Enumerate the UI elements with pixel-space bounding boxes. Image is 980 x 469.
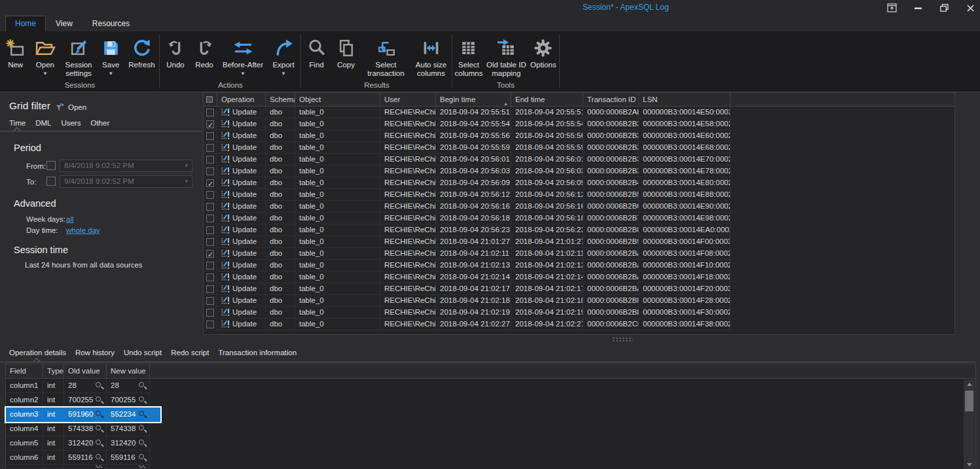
week-days-link[interactable]: all (66, 215, 74, 223)
scroll-up-icon[interactable] (964, 379, 975, 389)
to-checkbox[interactable] (46, 177, 56, 186)
row-checkbox[interactable] (206, 191, 214, 199)
table-row[interactable]: Updatedbotable_0RECHIE\ReChie2018-09-04 … (204, 248, 954, 260)
row-checkbox[interactable] (206, 297, 214, 305)
export-button[interactable]: Export ▾ (267, 35, 300, 76)
detail-column-header-field[interactable]: Field (6, 364, 43, 378)
filter-tab-other[interactable]: Other (90, 119, 109, 131)
magnifier-icon[interactable] (96, 382, 103, 390)
row-checkbox[interactable] (206, 238, 214, 246)
filter-tab-dml[interactable]: DML (35, 119, 51, 131)
open-filter-button[interactable]: Open (55, 102, 86, 112)
row-checkbox[interactable] (206, 321, 214, 328)
row-checkbox[interactable] (206, 215, 214, 222)
row-checkbox[interactable] (206, 226, 214, 234)
detail-tab-operation-details[interactable]: Operation details (9, 349, 66, 362)
day-time-link[interactable]: whole day (66, 226, 100, 234)
row-checkbox[interactable] (206, 120, 214, 128)
table-row[interactable]: Updatedbotable_0RECHIE\ReChie2018-09-04 … (204, 142, 954, 154)
from-checkbox[interactable] (46, 161, 56, 170)
open-button[interactable]: Open ▾ (29, 35, 60, 76)
row-checkbox[interactable] (206, 167, 214, 175)
magnifier-icon[interactable] (139, 465, 147, 468)
minimize-button[interactable] (912, 3, 924, 13)
column-header-schema[interactable]: Schema (266, 93, 295, 106)
table-row[interactable]: Updatedbotable_0RECHIE\ReChie2018-09-04 … (204, 295, 954, 307)
scroll-down-icon[interactable] (964, 460, 975, 469)
save-button[interactable]: Save ▾ (97, 35, 125, 76)
select-all-header[interactable] (204, 93, 217, 106)
old-table-id-mapping-button[interactable]: Old table ID mapping (484, 35, 528, 78)
options-button[interactable]: Options (528, 35, 558, 69)
detail-tab-undo-script[interactable]: Undo script (124, 349, 162, 362)
detail-row[interactable]: column5int312420312420 (6, 436, 160, 451)
restore-button[interactable] (938, 3, 950, 13)
select-all-checkbox[interactable] (206, 96, 213, 103)
close-button[interactable] (964, 3, 976, 13)
tab-resources[interactable]: Resources (82, 16, 139, 31)
magnifier-icon[interactable] (96, 454, 103, 462)
detail-tab-transaction-information[interactable]: Transaction information (218, 349, 297, 362)
before-after-button[interactable]: Before-After ▾ (219, 35, 267, 76)
table-row[interactable]: Updatedbotable_0RECHIE\ReChie2018-09-04 … (204, 307, 954, 319)
table-row[interactable]: Updatedbotable_0RECHIE\ReChie2018-09-04 … (204, 154, 954, 165)
magnifier-icon[interactable] (139, 382, 147, 390)
select-columns-button[interactable]: Select columns (453, 35, 484, 78)
detail-row[interactable]: column4int574338574338 (6, 422, 160, 436)
table-row[interactable]: Updatedbotable_0RECHIE\ReChie2018-09-04 … (204, 201, 954, 213)
table-row[interactable]: Updatedbotable_0RECHIE\ReChie2018-09-04 … (204, 213, 954, 224)
detail-row[interactable]: column6int559116559116 (6, 451, 160, 465)
column-header-end-time[interactable]: End time (511, 93, 583, 106)
refresh-button[interactable]: Refresh (125, 35, 158, 69)
column-header-operation[interactable]: Operation (217, 93, 266, 106)
copy-button[interactable]: Copy (331, 35, 361, 69)
splitter-handle[interactable] (612, 337, 633, 341)
row-checkbox[interactable] (206, 156, 214, 164)
table-row[interactable]: Updatedbotable_0RECHIE\ReChie2018-09-04 … (204, 107, 954, 118)
detail-scrollbar[interactable] (964, 379, 975, 469)
magnifier-icon[interactable] (139, 440, 147, 447)
table-row[interactable]: Updatedbotable_0RECHIE\ReChie2018-09-04 … (204, 260, 954, 271)
detail-row[interactable]: column2int700255700255 (6, 393, 160, 408)
row-checkbox[interactable] (206, 250, 214, 258)
detail-column-header-old-value[interactable]: Old value (64, 364, 107, 378)
detail-row[interactable]: column1int2828 (6, 379, 160, 393)
column-header-user[interactable]: User (380, 93, 436, 106)
find-button[interactable]: Find (302, 35, 331, 69)
row-checkbox[interactable] (206, 179, 214, 187)
detail-row[interactable]: column3int591960552234 (6, 408, 160, 422)
scrollbar-thumb[interactable] (965, 391, 973, 411)
table-row[interactable]: Updatedbotable_0RECHIE\ReChie2018-09-04 … (204, 271, 954, 283)
session-settings-button[interactable]: Session settings (61, 35, 97, 78)
row-checkbox[interactable] (206, 203, 214, 211)
tab-home[interactable]: Home (5, 16, 46, 31)
magnifier-icon[interactable] (96, 396, 103, 404)
column-header-transaction-id[interactable]: Transaction ID (583, 93, 639, 106)
magnifier-icon[interactable] (96, 425, 103, 433)
row-checkbox[interactable] (206, 132, 214, 140)
row-checkbox[interactable] (206, 285, 214, 293)
row-checkbox[interactable] (206, 109, 214, 116)
detail-column-header-type[interactable]: Type (43, 364, 64, 378)
detail-column-header-new-value[interactable]: New value (107, 364, 150, 378)
ribbon-toggle-button[interactable] (886, 3, 898, 13)
magnifier-icon[interactable] (96, 465, 103, 468)
auto-size-columns-button[interactable]: Auto size columns (411, 35, 452, 78)
table-row[interactable]: Updatedbotable_0RECHIE\ReChie2018-09-04 … (204, 224, 954, 236)
magnifier-icon[interactable] (96, 440, 103, 447)
table-row[interactable]: Updatedbotable_0RECHIE\ReChie2018-09-04 … (204, 189, 954, 201)
to-date-input[interactable]: 9/4/2018 9:02:52 PM ▾ (60, 175, 192, 188)
select-transaction-button[interactable]: Select transaction (361, 35, 411, 78)
column-header-object[interactable]: Object (295, 93, 380, 106)
new-button[interactable]: New (1, 35, 29, 69)
table-row[interactable]: Updatedbotable_0RECHIE\ReChie2018-09-04 … (204, 130, 954, 142)
row-checkbox[interactable] (206, 309, 214, 317)
from-date-input[interactable]: 8/4/2018 9:02:52 PM ▾ (60, 160, 192, 172)
row-checkbox[interactable] (206, 262, 214, 269)
magnifier-icon[interactable] (139, 425, 147, 433)
table-row[interactable]: Updatedbotable_0RECHIE\ReChie2018-09-04 … (204, 283, 954, 295)
row-checkbox[interactable] (206, 273, 214, 281)
filter-tab-users[interactable]: Users (61, 119, 81, 131)
detail-tab-redo-script[interactable]: Redo script (171, 349, 209, 362)
column-header-lsn[interactable]: LSN (639, 93, 731, 106)
